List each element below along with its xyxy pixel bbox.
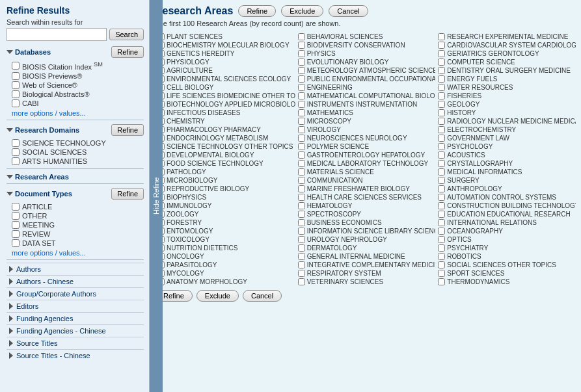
database-checkbox-web-of-science[interactable] (12, 81, 20, 89)
databases-more-link[interactable]: more options / values... (7, 109, 144, 117)
research-checkbox[interactable] (438, 59, 445, 66)
research-checkbox[interactable] (298, 143, 305, 150)
domain-checkbox-social[interactable] (12, 148, 20, 156)
sidebar-item-funding-agencies-chinese[interactable]: Funding Agencies - Chinese (7, 324, 144, 337)
research-checkbox[interactable] (298, 59, 305, 66)
research-checkbox[interactable] (438, 33, 445, 40)
research-checkbox[interactable] (298, 109, 305, 116)
research-checkbox[interactable] (298, 202, 305, 209)
research-checkbox[interactable] (298, 42, 305, 49)
research-checkbox[interactable] (438, 244, 445, 252)
research-checkbox[interactable] (298, 270, 305, 277)
research-checkbox[interactable] (298, 228, 305, 235)
hide-refine-tab[interactable]: Hide Refine (150, 0, 163, 392)
research-checkbox[interactable] (438, 168, 445, 176)
doctype-checkbox-other[interactable] (12, 212, 20, 220)
sidebar-item-source-titles[interactable]: Source Titles (7, 337, 144, 349)
document-types-refine-button[interactable]: Refine (111, 188, 144, 200)
research-checkbox[interactable] (438, 109, 445, 116)
research-checkbox[interactable] (298, 33, 305, 40)
research-checkbox[interactable] (298, 101, 305, 108)
research-item: PSYCHOLOGY (435, 142, 576, 151)
research-checkbox[interactable] (438, 228, 445, 235)
database-checkbox-biosis-citation[interactable] (12, 62, 20, 70)
doctype-checkbox-review[interactable] (12, 230, 20, 238)
research-checkbox[interactable] (438, 160, 445, 167)
search-button[interactable]: Search (109, 29, 144, 40)
research-checkbox[interactable] (438, 101, 445, 108)
research-checkbox[interactable] (438, 261, 445, 268)
research-checkbox[interactable] (438, 143, 445, 150)
domain-checkbox-science[interactable] (12, 139, 20, 147)
research-checkbox[interactable] (438, 42, 445, 49)
research-checkbox[interactable] (438, 236, 445, 243)
sidebar-item-group-corporate-authors[interactable]: Group/Corporate Authors (7, 287, 144, 300)
research-checkbox[interactable] (438, 92, 445, 99)
research-domains-refine-button[interactable]: Refine (111, 124, 144, 136)
research-checkbox[interactable] (298, 177, 305, 184)
research-checkbox[interactable] (438, 75, 445, 83)
doctype-dataset: DATA SET (7, 239, 144, 248)
sidebar-item-funding-agencies[interactable]: Funding Agencies (7, 312, 144, 324)
sidebar-item-authors[interactable]: Authors (7, 263, 144, 275)
research-item: CHEMISTRY (155, 117, 295, 125)
research-checkbox[interactable] (298, 75, 305, 83)
research-item: SPORT SCIENCES (435, 269, 576, 278)
domain-checkbox-arts[interactable] (12, 157, 20, 165)
research-checkbox[interactable] (438, 270, 445, 277)
sidebar-item-authors-chinese[interactable]: Authors - Chinese (7, 275, 144, 287)
research-checkbox[interactable] (298, 185, 305, 192)
doctype-checkbox-meeting[interactable] (12, 221, 20, 229)
research-checkbox[interactable] (438, 202, 445, 209)
doctype-checkbox-article[interactable] (12, 203, 20, 211)
search-input[interactable] (7, 28, 107, 41)
research-checkbox[interactable] (298, 67, 305, 74)
research-checkbox[interactable] (438, 67, 445, 74)
sidebar-item-editors[interactable]: Editors (7, 300, 144, 312)
research-checkbox[interactable] (438, 278, 445, 285)
database-checkbox-cabi[interactable] (12, 99, 20, 107)
research-checkbox[interactable] (438, 219, 445, 226)
research-checkbox[interactable] (298, 50, 305, 57)
cancel-button-top[interactable]: Cancel (329, 5, 368, 17)
database-checkbox-biosis-previews[interactable] (12, 72, 20, 80)
cancel-button-bottom[interactable]: Cancel (243, 290, 282, 302)
exclude-button-top[interactable]: Exclude (281, 5, 323, 17)
research-checkbox[interactable] (298, 236, 305, 243)
research-checkbox[interactable] (298, 278, 305, 285)
research-item: INFECTIOUS DISEASES (155, 109, 295, 117)
research-checkbox[interactable] (298, 151, 305, 159)
sidebar-item-source-titles-chinese[interactable]: Source Titles - Chinese (7, 349, 144, 361)
research-checkbox[interactable] (298, 244, 305, 252)
research-checkbox[interactable] (438, 118, 445, 125)
research-checkbox[interactable] (438, 84, 445, 91)
doctype-checkbox-dataset[interactable] (12, 239, 20, 247)
document-types-more-link[interactable]: more options / values... (7, 249, 144, 257)
research-checkbox[interactable] (298, 160, 305, 167)
research-checkbox[interactable] (438, 177, 445, 184)
research-checkbox[interactable] (438, 253, 445, 260)
research-checkbox[interactable] (438, 50, 445, 57)
research-checkbox[interactable] (298, 194, 305, 201)
research-checkbox[interactable] (298, 84, 305, 91)
database-checkbox-biological-abstracts[interactable] (12, 90, 20, 98)
research-checkbox[interactable] (438, 126, 445, 133)
refine-button-top[interactable]: Refine (238, 5, 276, 17)
research-checkbox[interactable] (298, 253, 305, 260)
research-checkbox[interactable] (298, 168, 305, 176)
research-checkbox[interactable] (298, 135, 305, 142)
research-checkbox[interactable] (438, 151, 445, 159)
research-checkbox[interactable] (298, 92, 305, 99)
research-checkbox[interactable] (298, 261, 305, 268)
research-checkbox[interactable] (438, 135, 445, 142)
research-checkbox[interactable] (438, 194, 445, 201)
research-checkbox[interactable] (298, 211, 305, 218)
research-checkbox[interactable] (298, 219, 305, 226)
research-checkbox[interactable] (298, 126, 305, 133)
research-checkbox[interactable] (298, 118, 305, 125)
research-item: ACOUSTICS (435, 151, 576, 159)
databases-refine-button[interactable]: Refine (111, 46, 144, 58)
research-checkbox[interactable] (438, 185, 445, 192)
exclude-button-bottom[interactable]: Exclude (196, 290, 239, 302)
research-checkbox[interactable] (438, 211, 445, 218)
